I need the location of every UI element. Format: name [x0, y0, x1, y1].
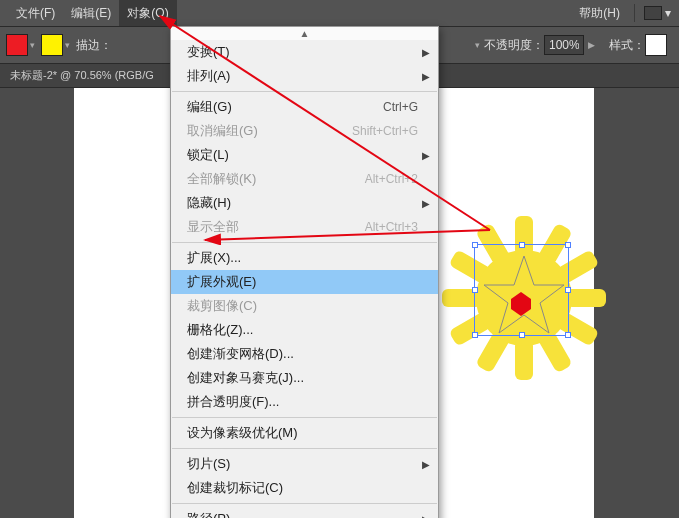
submenu-arrow-icon: ▶	[422, 150, 430, 161]
chevron-down-icon: ▾	[65, 40, 70, 50]
menu-lock[interactable]: 锁定(L)▶	[171, 143, 438, 167]
fill-swatch[interactable]	[6, 34, 28, 56]
menu-hide[interactable]: 隐藏(H)▶	[171, 191, 438, 215]
menu-arrange[interactable]: 排列(A)▶	[171, 64, 438, 88]
menu-flatten-transparency[interactable]: 拼合透明度(F)...	[171, 390, 438, 414]
selection-handle[interactable]	[472, 242, 478, 248]
submenu-arrow-icon: ▶	[422, 47, 430, 58]
menu-path[interactable]: 路径(P)▶	[171, 507, 438, 518]
selection-handle[interactable]	[565, 242, 571, 248]
menu-pixel-perfect[interactable]: 设为像素级优化(M)	[171, 421, 438, 445]
menu-object[interactable]: 对象(O)	[119, 0, 176, 26]
stroke-label: 描边：	[76, 37, 112, 54]
menu-edit[interactable]: 编辑(E)	[63, 0, 119, 26]
menu-file[interactable]: 文件(F)	[8, 0, 63, 26]
menu-ungroup: 取消编组(G)Shift+Ctrl+G	[171, 119, 438, 143]
opacity-input[interactable]	[544, 35, 584, 55]
style-label: 样式：	[609, 37, 645, 54]
menu-rasterize[interactable]: 栅格化(Z)...	[171, 318, 438, 342]
selection-handle[interactable]	[565, 287, 571, 293]
selection-handle[interactable]	[519, 242, 525, 248]
stroke-swatch[interactable]	[41, 34, 63, 56]
menubar: 文件(F) 编辑(E) 对象(O) 帮助(H) ▾	[0, 0, 679, 26]
chevron-down-icon: ▾	[30, 40, 35, 50]
menu-object-mosaic[interactable]: 创建对象马赛克(J)...	[171, 366, 438, 390]
chevron-right-icon[interactable]: ▶	[588, 40, 595, 50]
chevron-down-icon: ▾	[475, 40, 480, 50]
menu-slice[interactable]: 切片(S)▶	[171, 452, 438, 476]
menu-expand-appearance[interactable]: 扩展外观(E)	[171, 270, 438, 294]
style-swatch[interactable]	[645, 34, 667, 56]
chevron-down-icon: ▾	[665, 6, 671, 20]
selection-handle[interactable]	[472, 332, 478, 338]
menu-unlock-all: 全部解锁(K)Alt+Ctrl+2	[171, 167, 438, 191]
menu-gradient-mesh[interactable]: 创建渐变网格(D)...	[171, 342, 438, 366]
opacity-label: 不透明度：	[484, 37, 544, 54]
menu-trim-marks[interactable]: 创建裁切标记(C)	[171, 476, 438, 500]
menu-show-all: 显示全部Alt+Ctrl+3	[171, 215, 438, 239]
submenu-arrow-icon: ▶	[422, 198, 430, 209]
menu-expand[interactable]: 扩展(X)...	[171, 246, 438, 270]
menu-group[interactable]: 编组(G)Ctrl+G	[171, 95, 438, 119]
object-menu-dropdown: ▲ 变换(T)▶ 排列(A)▶ 编组(G)Ctrl+G 取消编组(G)Shift…	[170, 26, 439, 518]
submenu-arrow-icon: ▶	[422, 71, 430, 82]
menu-scroll-up-icon[interactable]: ▲	[171, 27, 438, 40]
selection-bounds[interactable]	[474, 244, 569, 336]
submenu-arrow-icon: ▶	[422, 514, 430, 519]
menu-crop-image: 裁剪图像(C)	[171, 294, 438, 318]
selection-handle[interactable]	[519, 332, 525, 338]
selection-handle[interactable]	[472, 287, 478, 293]
workspace-icon[interactable]	[644, 6, 662, 20]
submenu-arrow-icon: ▶	[422, 459, 430, 470]
selection-handle[interactable]	[565, 332, 571, 338]
menu-transform[interactable]: 变换(T)▶	[171, 40, 438, 64]
document-title: 未标题-2* @ 70.56% (RGB/G	[10, 68, 154, 83]
menu-help[interactable]: 帮助(H)	[571, 0, 628, 26]
